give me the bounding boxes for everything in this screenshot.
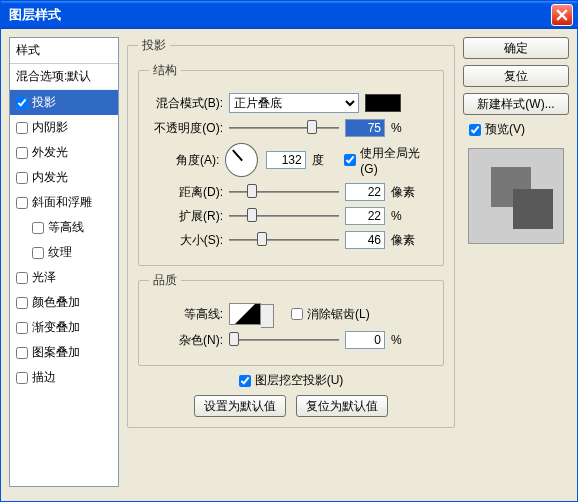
noise-input[interactable] (345, 331, 385, 349)
close-button[interactable] (551, 4, 573, 26)
knockout-checkbox[interactable]: 图层挖空投影(U) (239, 372, 344, 389)
window-title: 图层样式 (5, 6, 551, 24)
style-item-label: 描边 (32, 369, 56, 386)
style-item-label: 斜面和浮雕 (32, 194, 92, 211)
style-item-checkbox[interactable] (16, 372, 28, 384)
style-item-checkbox[interactable] (16, 297, 28, 309)
ok-button[interactable]: 确定 (463, 37, 569, 59)
style-item-label: 外发光 (32, 144, 68, 161)
close-icon (556, 9, 568, 21)
style-item-coloroverlay[interactable]: 颜色叠加 (10, 290, 118, 315)
angle-dial[interactable] (225, 143, 257, 177)
style-item-checkbox[interactable] (16, 97, 28, 109)
size-label: 大小(S): (149, 232, 223, 249)
style-item-checkbox[interactable] (16, 347, 28, 359)
style-item-label: 光泽 (32, 269, 56, 286)
style-item-checkbox[interactable] (16, 322, 28, 334)
new-style-button[interactable]: 新建样式(W)... (463, 93, 569, 115)
style-item-patoverlay[interactable]: 图案叠加 (10, 340, 118, 365)
spread-label: 扩展(R): (149, 208, 223, 225)
style-item-gradoverlay[interactable]: 渐变叠加 (10, 315, 118, 340)
reset-default-button[interactable]: 复位为默认值 (296, 395, 388, 417)
spread-unit: % (391, 209, 419, 223)
style-item-label: 颜色叠加 (32, 294, 80, 311)
style-item-outerglow[interactable]: 外发光 (10, 140, 118, 165)
style-item-innershadow[interactable]: 内阴影 (10, 115, 118, 140)
style-item-checkbox[interactable] (32, 222, 44, 234)
blendmode-select[interactable]: 正片叠底 (229, 93, 359, 113)
cancel-button[interactable]: 复位 (463, 65, 569, 87)
quality-group: 品质 等高线: 消除锯齿(L) 杂色(N): % (138, 272, 444, 366)
distance-label: 距离(D): (149, 184, 223, 201)
knockout-input[interactable] (239, 375, 251, 387)
style-item-satin[interactable]: 光泽 (10, 265, 118, 290)
contour-label: 等高线: (149, 306, 223, 323)
size-slider[interactable] (229, 232, 339, 248)
style-item-contour[interactable]: 等高线 (10, 215, 118, 240)
opacity-slider[interactable] (229, 120, 339, 136)
spread-input[interactable] (345, 207, 385, 225)
style-item-checkbox[interactable] (16, 197, 28, 209)
angle-input[interactable] (266, 151, 306, 169)
style-item-label: 投影 (32, 94, 56, 111)
style-item-checkbox[interactable] (16, 147, 28, 159)
blendmode-label: 混合模式(B): (149, 95, 223, 112)
style-item-label: 等高线 (48, 219, 84, 236)
effect-panel: 投影 结构 混合模式(B): 正片叠底 不透明度(O): (127, 37, 455, 428)
effect-title: 投影 (138, 37, 170, 54)
preview-checkbox[interactable]: 预览(V) (469, 121, 569, 138)
quality-legend: 品质 (149, 272, 181, 289)
structure-group: 结构 混合模式(B): 正片叠底 不透明度(O): % (138, 62, 444, 266)
style-list-header: 样式 (10, 38, 118, 64)
noise-unit: % (391, 333, 419, 347)
style-item-checkbox[interactable] (16, 172, 28, 184)
distance-unit: 像素 (391, 184, 419, 201)
dialog-content: 样式 混合选项:默认 投影内阴影外发光内发光斜面和浮雕等高线纹理光泽颜色叠加渐变… (1, 29, 577, 501)
structure-legend: 结构 (149, 62, 181, 79)
angle-label: 角度(A): (149, 152, 219, 169)
spread-slider[interactable] (229, 208, 339, 224)
shadow-color-swatch[interactable] (365, 94, 401, 112)
style-item-checkbox[interactable] (16, 272, 28, 284)
style-item-stroke[interactable]: 描边 (10, 365, 118, 390)
size-input[interactable] (345, 231, 385, 249)
antialias-checkbox[interactable]: 消除锯齿(L) (291, 306, 370, 323)
preview-pane (468, 148, 564, 244)
titlebar: 图层样式 (1, 1, 577, 29)
style-item-ds[interactable]: 投影 (10, 90, 118, 115)
style-item-label: 渐变叠加 (32, 319, 80, 336)
style-item-texture[interactable]: 纹理 (10, 240, 118, 265)
distance-slider[interactable] (229, 184, 339, 200)
style-blend-group[interactable]: 混合选项:默认 (10, 64, 118, 90)
style-item-innerglow[interactable]: 内发光 (10, 165, 118, 190)
preview-input[interactable] (469, 124, 481, 136)
style-item-bevel[interactable]: 斜面和浮雕 (10, 190, 118, 215)
angle-unit: 度 (312, 152, 339, 169)
global-light-input[interactable] (344, 154, 356, 166)
opacity-label: 不透明度(O): (149, 120, 223, 137)
opacity-input[interactable] (345, 119, 385, 137)
opacity-unit: % (391, 121, 419, 135)
antialias-input[interactable] (291, 308, 303, 320)
style-item-label: 纹理 (48, 244, 72, 261)
style-item-label: 内发光 (32, 169, 68, 186)
contour-picker[interactable] (229, 303, 261, 325)
noise-slider[interactable] (229, 332, 339, 348)
global-light-checkbox[interactable]: 使用全局光(G) (344, 145, 433, 176)
style-item-checkbox[interactable] (32, 247, 44, 259)
size-unit: 像素 (391, 232, 419, 249)
style-item-checkbox[interactable] (16, 122, 28, 134)
noise-label: 杂色(N): (149, 332, 223, 349)
style-list: 样式 混合选项:默认 投影内阴影外发光内发光斜面和浮雕等高线纹理光泽颜色叠加渐变… (9, 37, 119, 487)
style-item-label: 图案叠加 (32, 344, 80, 361)
set-default-button[interactable]: 设置为默认值 (194, 395, 286, 417)
style-item-label: 内阴影 (32, 119, 68, 136)
distance-input[interactable] (345, 183, 385, 201)
